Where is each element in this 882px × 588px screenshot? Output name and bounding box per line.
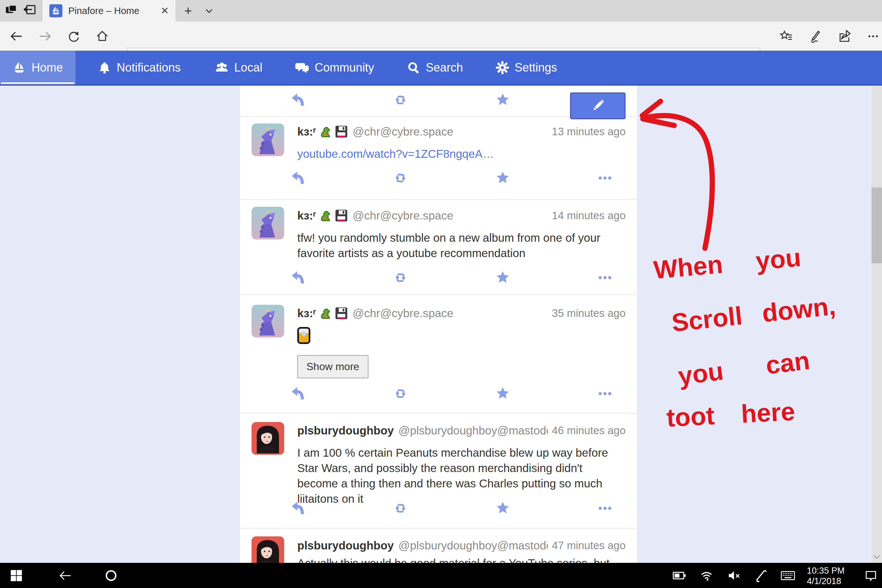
battery-icon[interactable]: [672, 568, 687, 583]
start-button-icon[interactable]: [9, 568, 24, 583]
username[interactable]: kз:ʳ: [297, 209, 316, 222]
boost-icon[interactable]: [393, 270, 408, 285]
avatar[interactable]: [252, 305, 284, 338]
favorite-star-icon[interactable]: [495, 386, 510, 401]
timestamp[interactable]: 14 minutes ago: [552, 209, 626, 222]
nav-search[interactable]: Search: [394, 51, 475, 85]
taskbar-pen-icon[interactable]: [754, 568, 768, 583]
touch-keyboard-icon[interactable]: [781, 568, 795, 583]
taskbar-clock[interactable]: 10:35 PM 4/1/2018: [807, 566, 845, 586]
back-icon[interactable]: [9, 29, 24, 44]
toot-text: Actually this would be good material for…: [297, 555, 621, 563]
user-handle[interactable]: @chr@cybre.space: [352, 125, 548, 138]
dragon-emoji: [319, 307, 332, 320]
dragon-emoji: [319, 125, 332, 138]
annotation-line-4: toot here: [666, 397, 796, 433]
show-more-button[interactable]: Show more: [297, 355, 369, 378]
user-handle[interactable]: @plsburydoughboy@mastodon.s…: [399, 539, 548, 552]
user-handle[interactable]: @chr@cybre.space: [352, 307, 548, 320]
boost-icon[interactable]: [393, 171, 408, 186]
tab-title: Pinafore – Home: [68, 6, 161, 16]
browser-toolbar: https://dev.pinafore.social/: [0, 21, 882, 51]
username[interactable]: plsburydoughboy: [297, 424, 394, 437]
forward-icon[interactable]: [38, 29, 53, 44]
username[interactable]: kз:ʳ: [297, 125, 316, 138]
compose-toot-button[interactable]: [570, 93, 626, 119]
more-options-icon[interactable]: [597, 171, 612, 186]
nav-local[interactable]: Local: [202, 51, 275, 85]
favorite-star-icon[interactable]: [495, 501, 510, 516]
toot: kз:ʳ @chr@cybre.space 14 minutes ago tfw…: [240, 200, 637, 295]
timestamp[interactable]: 46 minutes ago: [552, 424, 626, 437]
home-sailboat-icon: [12, 61, 26, 75]
windows-taskbar: 10:35 PM 4/1/2018: [0, 563, 882, 588]
cortana-icon[interactable]: [104, 568, 118, 583]
tab-list-chevron-icon[interactable]: [200, 0, 218, 21]
scrollbar[interactable]: [872, 86, 882, 563]
wifi-icon[interactable]: [700, 568, 714, 583]
toot-text: tfw! you randomly stumble on a new album…: [297, 230, 621, 261]
toot: kз:ʳ @chr@cybre.space 13 minutes ago you…: [240, 117, 637, 200]
speech-bubbles-icon: [295, 60, 309, 75]
favorite-star-icon[interactable]: [495, 93, 510, 108]
username[interactable]: kз:ʳ: [297, 307, 316, 320]
user-handle[interactable]: @plsburydoughboy@mastodon.s…: [399, 424, 548, 437]
avatar[interactable]: [252, 207, 284, 240]
user-handle[interactable]: @chr@cybre.space: [352, 209, 548, 222]
more-options-icon[interactable]: [597, 270, 612, 285]
browser-tab[interactable]: Pinafore – Home ✕: [42, 0, 176, 21]
nav-settings[interactable]: Settings: [483, 51, 569, 85]
more-options-icon[interactable]: [597, 501, 612, 516]
tab-preview-icon[interactable]: [4, 3, 19, 19]
timestamp[interactable]: 35 minutes ago: [552, 307, 626, 320]
reply-icon[interactable]: [291, 501, 306, 516]
reply-icon[interactable]: [291, 386, 306, 401]
favorites-hub-icon[interactable]: [779, 29, 794, 44]
scrollbar-down-icon[interactable]: [872, 553, 882, 561]
settings-more-icon[interactable]: [866, 29, 881, 44]
web-note-pen-icon[interactable]: [808, 29, 823, 44]
share-icon[interactable]: [838, 29, 853, 44]
avatar[interactable]: [252, 536, 284, 563]
nav-home[interactable]: Home: [0, 51, 75, 85]
avatar[interactable]: [252, 123, 284, 156]
nav-notifications[interactable]: Notifications: [85, 51, 193, 85]
toot: plsburydoughboy @plsburydoughboy@mastodo…: [240, 414, 637, 528]
action-center-icon[interactable]: [864, 568, 878, 583]
timestamp[interactable]: 47 minutes ago: [552, 539, 626, 552]
nav-community[interactable]: Community: [283, 51, 387, 85]
boost-icon[interactable]: [393, 386, 408, 401]
reply-icon[interactable]: [291, 171, 306, 186]
gear-icon: [495, 61, 509, 75]
more-options-icon[interactable]: [597, 386, 612, 401]
toot-link[interactable]: youtube.com/watch?v=1ZCF8ngqeA…: [297, 147, 494, 160]
new-tab-icon[interactable]: +: [179, 0, 197, 21]
people-icon: [214, 60, 229, 75]
toot: kз:ʳ @chr@cybre.space 35 minutes ago Sho…: [240, 295, 637, 414]
reply-icon[interactable]: [291, 270, 306, 285]
timeline-page: kз:ʳ @chr@cybre.space 13 minutes ago you…: [0, 86, 882, 563]
annotation-line-3: you can: [676, 346, 812, 392]
floppy-disk-emoji: [335, 209, 348, 222]
username[interactable]: plsburydoughboy: [297, 539, 394, 552]
scrollbar-thumb[interactable]: [872, 188, 882, 263]
annotation-line-2: Scroll down,: [670, 291, 837, 338]
volume-muted-icon[interactable]: [727, 568, 741, 583]
floppy-disk-emoji: [335, 307, 348, 320]
bell-icon: [98, 61, 111, 75]
set-tabs-aside-icon[interactable]: [23, 3, 37, 19]
boost-icon[interactable]: [393, 93, 408, 108]
tumbler-glass-emoji: [297, 327, 310, 344]
timestamp[interactable]: 13 minutes ago: [552, 126, 626, 138]
boost-icon[interactable]: [393, 501, 408, 516]
tab-close-icon[interactable]: ✕: [161, 6, 169, 16]
avatar[interactable]: [252, 422, 284, 455]
favorite-star-icon[interactable]: [495, 171, 510, 186]
taskbar-back-icon[interactable]: [58, 568, 72, 583]
home-icon[interactable]: [95, 29, 110, 44]
pencil-icon: [590, 98, 605, 113]
refresh-icon[interactable]: [66, 29, 81, 44]
favorite-star-icon[interactable]: [495, 270, 510, 285]
reply-icon[interactable]: [291, 93, 306, 108]
dragon-emoji: [319, 209, 332, 222]
